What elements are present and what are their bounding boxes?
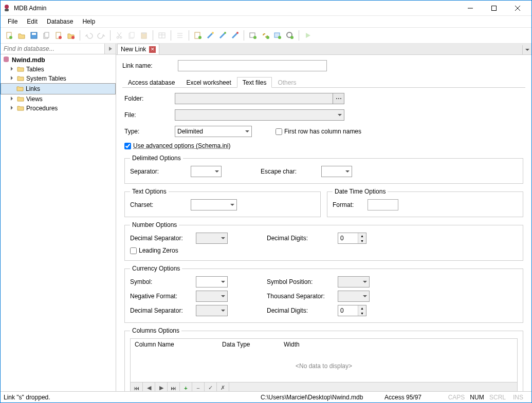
leading-zeros-input[interactable] bbox=[130, 247, 137, 254]
separator-combo[interactable] bbox=[191, 166, 222, 177]
open-folder-icon[interactable] bbox=[16, 30, 27, 41]
grid-icon[interactable] bbox=[156, 30, 168, 41]
status-path: C:\Users\Marciel\Desktop\Nwind.mdb bbox=[261, 394, 384, 401]
tree-node-procedures[interactable]: Procedures bbox=[1, 104, 116, 113]
menu-help[interactable]: Help bbox=[78, 17, 99, 26]
expand-icon[interactable] bbox=[10, 75, 16, 82]
nav-accept-icon[interactable]: ✓ bbox=[205, 382, 217, 391]
nav-last-icon[interactable]: ⏭ bbox=[168, 382, 180, 391]
link-add-icon[interactable] bbox=[260, 30, 271, 41]
charset-combo[interactable] bbox=[191, 199, 237, 210]
new-file-icon[interactable] bbox=[4, 30, 15, 41]
wizard3-icon[interactable] bbox=[229, 30, 241, 41]
copy2-icon[interactable] bbox=[126, 30, 137, 41]
number-legend: Number Options bbox=[130, 221, 179, 228]
tab-new-link[interactable]: New Link ✕ bbox=[117, 44, 159, 54]
escape-combo[interactable] bbox=[321, 166, 352, 177]
close-db-icon[interactable] bbox=[65, 30, 77, 41]
nav-prev-icon[interactable]: ◀ bbox=[143, 382, 155, 391]
cur-decdig-input[interactable] bbox=[338, 305, 358, 316]
delimited-options-fieldset: Delimited Options Separator: Escape char… bbox=[124, 155, 523, 184]
file-combo[interactable] bbox=[175, 109, 344, 121]
tree-node-links[interactable]: Links bbox=[1, 83, 116, 94]
cur-sympos-combo[interactable] bbox=[338, 276, 370, 287]
wizard1-icon[interactable] bbox=[205, 30, 216, 41]
cur-negfmt-label: Negative Format: bbox=[130, 293, 192, 300]
nav-remove-icon[interactable]: − bbox=[192, 382, 205, 391]
tab-label: New Link bbox=[121, 46, 146, 53]
tab-close-button[interactable]: ✕ bbox=[149, 46, 156, 53]
nav-add-icon[interactable]: + bbox=[180, 382, 192, 391]
menu-file[interactable]: File bbox=[4, 17, 22, 26]
tree-node-system-tables[interactable]: System Tables bbox=[1, 74, 116, 83]
menu-database[interactable]: Database bbox=[43, 17, 77, 26]
main-panel: New Link ✕ Link name: Access database Ex… bbox=[116, 44, 531, 391]
close-button[interactable] bbox=[506, 1, 529, 16]
spin-up-icon[interactable]: ▲ bbox=[358, 305, 366, 311]
maximize-button[interactable] bbox=[482, 1, 506, 16]
cur-symbol-combo[interactable] bbox=[196, 276, 228, 287]
tab-dropdown-button[interactable] bbox=[522, 45, 531, 54]
format-input[interactable] bbox=[368, 199, 398, 210]
num-decdig-spinner[interactable]: ▲▼ bbox=[338, 233, 366, 244]
cur-thsep-combo[interactable] bbox=[338, 291, 370, 302]
list-icon[interactable] bbox=[174, 30, 186, 41]
folder-input[interactable] bbox=[175, 93, 333, 104]
cur-negfmt-combo[interactable] bbox=[196, 291, 228, 302]
nav-first-icon[interactable]: ⏮ bbox=[131, 382, 143, 391]
database-tree[interactable]: Nwind.mdb Tables System Tables Links Vie… bbox=[1, 54, 116, 391]
tree-label: Procedures bbox=[26, 105, 58, 112]
advanced-check-input[interactable] bbox=[124, 143, 131, 149]
delete-db-icon[interactable] bbox=[53, 30, 64, 41]
folder-browse-button[interactable]: ⋯ bbox=[333, 93, 344, 104]
menu-edit[interactable]: Edit bbox=[23, 17, 42, 26]
proc-add-icon[interactable] bbox=[284, 30, 296, 41]
leading-zeros-checkbox[interactable]: Leading Zeros bbox=[130, 247, 178, 254]
tree-node-views[interactable]: Views bbox=[1, 94, 116, 104]
expand-icon[interactable] bbox=[10, 96, 16, 102]
num-decsep-label: Decimal Separator: bbox=[130, 235, 192, 242]
subtab-access[interactable]: Access database bbox=[122, 77, 180, 88]
expand-icon[interactable] bbox=[10, 66, 16, 72]
num-decsep-combo[interactable] bbox=[196, 233, 228, 244]
redo-icon[interactable] bbox=[96, 30, 107, 41]
minimize-button[interactable] bbox=[458, 1, 482, 16]
advanced-checkbox[interactable]: Use advanced options (Schema.ini) bbox=[124, 142, 230, 149]
status-ins: INS bbox=[508, 394, 528, 401]
source-subtabs: Access database Excel worksheet Text fil… bbox=[122, 76, 525, 88]
tree-node-tables[interactable]: Tables bbox=[1, 65, 116, 74]
cur-decdig-spinner[interactable]: ▲▼ bbox=[338, 305, 366, 316]
search-input[interactable] bbox=[1, 44, 104, 54]
undo-icon[interactable] bbox=[83, 30, 95, 41]
spin-down-icon[interactable]: ▼ bbox=[358, 311, 366, 316]
spin-up-icon[interactable]: ▲ bbox=[358, 233, 366, 238]
copy-icon[interactable] bbox=[41, 30, 52, 41]
svg-point-14 bbox=[71, 36, 75, 39]
wizard2-icon[interactable] bbox=[217, 30, 228, 41]
save-icon[interactable] bbox=[28, 30, 40, 41]
first-row-check-input[interactable] bbox=[276, 128, 282, 135]
spin-down-icon[interactable]: ▼ bbox=[358, 238, 366, 243]
paste-icon[interactable] bbox=[138, 30, 150, 41]
script-icon[interactable] bbox=[192, 30, 204, 41]
view-add-icon[interactable] bbox=[272, 30, 283, 41]
columns-grid[interactable]: Column Name Data Type Width <No data to … bbox=[130, 338, 518, 391]
num-decdig-input[interactable] bbox=[338, 233, 358, 243]
linkname-input[interactable] bbox=[178, 60, 327, 71]
folder-icon bbox=[17, 95, 24, 104]
table-add-icon[interactable] bbox=[247, 30, 259, 41]
cut-icon[interactable] bbox=[114, 30, 125, 41]
search-go-button[interactable] bbox=[104, 44, 116, 54]
expand-icon[interactable] bbox=[10, 105, 16, 111]
status-scrl: SCRL bbox=[487, 394, 508, 401]
col-header-name: Column Name bbox=[135, 341, 222, 348]
nav-next-icon[interactable]: ▶ bbox=[155, 382, 168, 391]
first-row-checkbox[interactable]: First row has column names bbox=[276, 128, 361, 135]
subtab-text[interactable]: Text files bbox=[237, 77, 272, 88]
type-combo[interactable]: Delimited bbox=[175, 126, 252, 137]
cur-decsep-combo[interactable] bbox=[196, 305, 228, 316]
nav-cancel-icon[interactable]: ✗ bbox=[217, 382, 229, 391]
tree-root[interactable]: Nwind.mdb bbox=[1, 55, 116, 65]
subtab-excel[interactable]: Excel worksheet bbox=[180, 77, 236, 88]
play-icon[interactable] bbox=[302, 30, 314, 41]
